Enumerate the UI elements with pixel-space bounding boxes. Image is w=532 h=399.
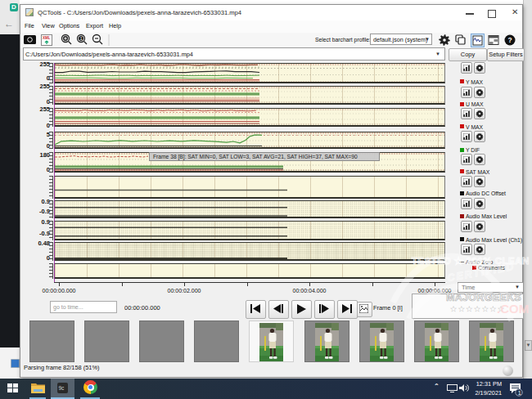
svg-text:9c: 9c — [59, 385, 65, 391]
svg-text:1: 1 — [518, 390, 521, 396]
svg-text:?: ? — [508, 35, 512, 43]
svg-text:XML: XML — [43, 36, 51, 40]
svg-text:1: 1 — [80, 36, 83, 41]
